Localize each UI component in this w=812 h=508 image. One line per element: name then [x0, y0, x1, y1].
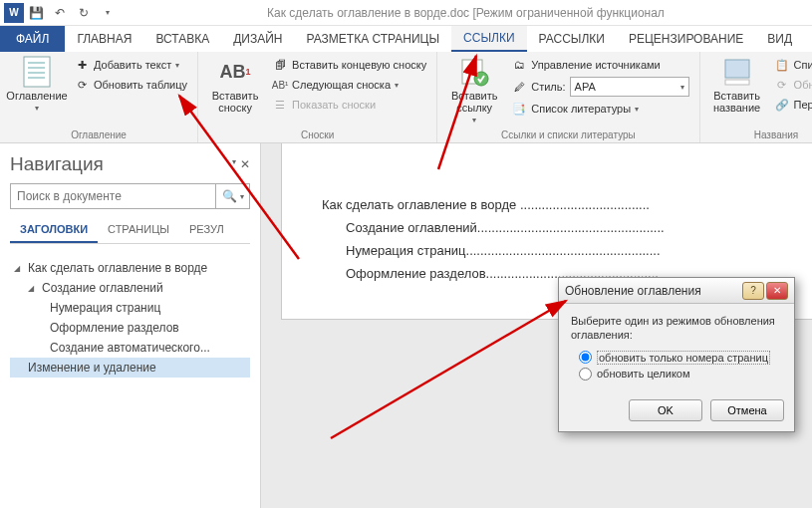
radio-update-entire[interactable]: обновить целиком — [579, 368, 782, 381]
manage-sources-label: Управление источниками — [531, 59, 660, 71]
nav-close-icon[interactable]: ✕ — [240, 157, 250, 171]
save-icon[interactable]: 💾 — [24, 3, 48, 23]
svg-rect-7 — [725, 60, 749, 78]
update-table-button[interactable]: ⟳ Обновить таблицу — [72, 76, 189, 94]
redo-icon[interactable]: ↻ — [72, 3, 96, 23]
chevron-down-icon: ▾ — [175, 61, 179, 70]
tab-layout[interactable]: РАЗМЕТКА СТРАНИЦЫ — [295, 26, 452, 52]
manage-sources-icon: 🗂 — [511, 57, 527, 73]
table-of-figures-button[interactable]: 📋 Список и — [772, 56, 812, 74]
group-citations: Вставить ссылку ▾ 🗂 Управление источника… — [437, 52, 699, 142]
document-title: Как сделать оглавление в ворде.doc [Режи… — [120, 6, 812, 20]
style-label: Стиль: — [531, 81, 565, 93]
update-icon: ⟳ — [774, 77, 790, 93]
nav-tab-pages[interactable]: СТРАНИЦЫ — [98, 217, 179, 243]
chevron-down-icon: ▾ — [240, 192, 244, 201]
bibliography-button[interactable]: 📑 Список литературы ▾ — [509, 100, 690, 118]
endnote-label: Вставить концевую сноску — [292, 59, 426, 71]
tab-references[interactable]: ССЫЛКИ — [451, 26, 526, 52]
dialog-prompt: Выберите один из режимов обновления огла… — [571, 314, 782, 343]
nav-pane-title: Навигация — [10, 153, 104, 175]
tab-file[interactable]: ФАЙЛ — [0, 26, 65, 52]
update-tof-label: Обновит — [794, 79, 812, 91]
citation-style-select[interactable]: APA ▾ — [570, 77, 689, 97]
show-notes-button[interactable]: ☰ Показать сноски — [270, 96, 428, 114]
group-captions-label: Названия — [708, 127, 812, 140]
toc-icon — [21, 56, 53, 88]
navigation-pane: Навигация ▾ ✕ 🔍 ▾ ЗАГОЛОВКИ СТРАНИЦЫ РЕЗ… — [0, 143, 261, 508]
word-app-icon: W — [4, 3, 24, 23]
tree-node[interactable]: Создание автоматического... — [10, 338, 250, 358]
add-text-button[interactable]: ✚ Добавить текст ▾ — [72, 56, 189, 74]
group-toc-label: Оглавление — [8, 127, 189, 140]
show-notes-label: Показать сноски — [292, 99, 376, 111]
ok-button[interactable]: OK — [629, 399, 702, 421]
bibliography-icon: 📑 — [511, 101, 527, 117]
dialog-help-button[interactable]: ? — [742, 282, 764, 300]
tree-node[interactable]: ◢Создание оглавлений — [10, 278, 250, 298]
insert-citation-button[interactable]: Вставить ссылку ▾ — [445, 56, 503, 125]
style-value: APA — [575, 81, 596, 93]
tab-home[interactable]: ГЛАВНАЯ — [65, 26, 143, 52]
tab-review[interactable]: РЕЦЕНЗИРОВАНИЕ — [617, 26, 755, 52]
dialog-titlebar[interactable]: Обновление оглавления ? ✕ — [559, 278, 794, 304]
citation-icon — [458, 56, 490, 88]
nav-tree: ◢Как сделать оглавление в ворде ◢Создани… — [10, 252, 250, 378]
next-footnote-icon: AB¹ — [272, 77, 288, 93]
search-icon: 🔍 — [222, 189, 237, 203]
tab-view[interactable]: ВИД — [755, 26, 804, 52]
next-footnote-label: Следующая сноска — [292, 79, 391, 91]
toc-line: Создание оглавлений.....................… — [322, 220, 812, 235]
cross-reference-button[interactable]: 🔗 Перекрес — [772, 96, 812, 114]
cross-ref-label: Перекрес — [794, 99, 812, 111]
nav-search: 🔍 ▾ — [10, 183, 250, 209]
tree-node[interactable]: Нумерация страниц — [10, 298, 250, 318]
group-captions: Вставить название 📋 Список и ⟳ Обновит 🔗… — [700, 52, 812, 142]
search-button[interactable]: 🔍 ▾ — [215, 184, 249, 208]
tree-node-root[interactable]: ◢Как сделать оглавление в ворде — [10, 258, 250, 278]
next-footnote-button[interactable]: AB¹ Следующая сноска ▾ — [270, 76, 428, 94]
nav-tab-headings[interactable]: ЗАГОЛОВКИ — [10, 217, 98, 243]
caption-icon — [721, 56, 753, 88]
update-toc-dialog: Обновление оглавления ? ✕ Выберите один … — [558, 277, 795, 432]
insert-caption-button[interactable]: Вставить название — [708, 56, 766, 114]
tree-node-selected[interactable]: Изменение и удаление — [10, 358, 250, 378]
tab-mailings[interactable]: РАССЫЛКИ — [527, 26, 617, 52]
chevron-down-icon: ▾ — [635, 105, 639, 114]
tree-node[interactable]: Оформление разделов — [10, 318, 250, 338]
dialog-title: Обновление оглавления — [565, 284, 740, 298]
insert-caption-label: Вставить название — [713, 90, 760, 114]
tof-label: Список и — [794, 59, 812, 71]
show-notes-icon: ☰ — [272, 97, 288, 113]
tab-design[interactable]: ДИЗАЙН — [221, 26, 294, 52]
toc-button[interactable]: Оглавление ▾ — [8, 56, 66, 113]
search-input[interactable] — [11, 184, 215, 208]
update-icon: ⟳ — [74, 77, 90, 93]
footnote-icon: AB1 — [219, 56, 251, 88]
radio-label: обновить только номера страниц — [597, 351, 770, 365]
qat-customize-icon[interactable]: ▾ — [96, 3, 120, 23]
update-tof-button[interactable]: ⟳ Обновит — [772, 76, 812, 94]
ribbon-tabs: ФАЙЛ ГЛАВНАЯ ВСТАВКА ДИЗАЙН РАЗМЕТКА СТР… — [0, 26, 812, 52]
dialog-close-button[interactable]: ✕ — [766, 282, 788, 300]
nav-tab-results[interactable]: РЕЗУЛ — [179, 217, 234, 243]
undo-icon[interactable]: ↶ — [48, 3, 72, 23]
insert-endnote-button[interactable]: 🗐 Вставить концевую сноску — [270, 56, 428, 74]
nav-options-icon[interactable]: ▾ — [232, 157, 236, 171]
citation-style-row: 🖉 Стиль: APA ▾ — [509, 76, 690, 98]
triangle-down-icon: ◢ — [28, 284, 38, 293]
manage-sources-button[interactable]: 🗂 Управление источниками — [509, 56, 690, 74]
radio-input[interactable] — [579, 368, 592, 381]
radio-label: обновить целиком — [597, 368, 690, 380]
tab-insert[interactable]: ВСТАВКА — [143, 26, 221, 52]
insert-footnote-label: Вставить сноску — [212, 90, 259, 114]
cancel-button[interactable]: Отмена — [710, 399, 784, 421]
radio-update-page-numbers[interactable]: обновить только номера страниц — [579, 351, 782, 365]
chevron-down-icon: ▾ — [395, 81, 399, 90]
insert-footnote-button[interactable]: AB1 Вставить сноску — [206, 56, 264, 114]
style-icon: 🖉 — [511, 79, 527, 95]
toc-line: Как сделать оглавление в ворде .........… — [322, 197, 812, 212]
svg-rect-8 — [725, 80, 749, 85]
group-footnotes-label: Сноски — [206, 127, 428, 140]
radio-input[interactable] — [579, 351, 592, 364]
